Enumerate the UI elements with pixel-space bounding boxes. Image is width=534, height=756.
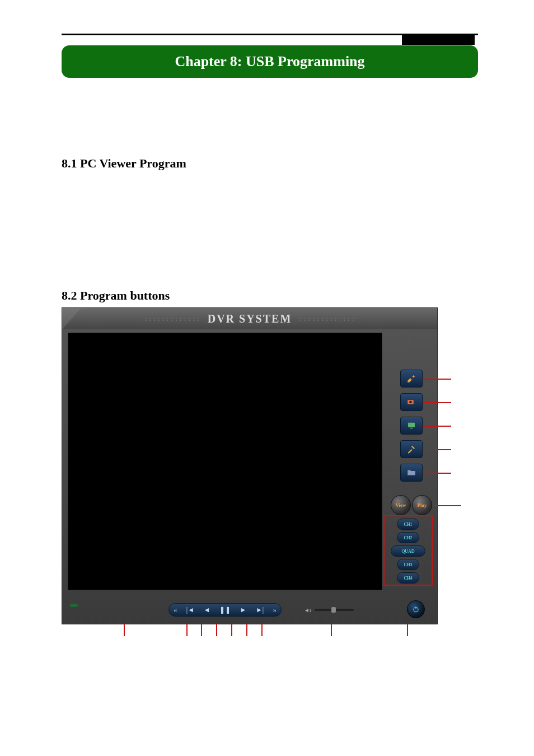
tool-folder-button[interactable] (400, 464, 423, 482)
tool-paint-button[interactable] (400, 370, 423, 388)
view-button[interactable]: View (391, 495, 411, 515)
dvr-titlebar: : : : : : : : : : : : : : DVR SYSTEM : :… (62, 308, 437, 329)
callout-tick (186, 624, 188, 636)
callout-tick (124, 624, 125, 636)
header-rule (62, 34, 478, 35)
view-play-group: View Play (391, 495, 432, 515)
svg-rect-3 (410, 428, 413, 429)
paint-icon (406, 374, 416, 384)
dvr-title-text: DVR SYSTEM (208, 312, 292, 325)
chapter-banner: Chapter 8: USB Programming (62, 45, 478, 78)
monitor-icon (406, 421, 416, 431)
channel-1-button[interactable]: CH1 (397, 519, 419, 530)
svg-rect-2 (408, 423, 415, 427)
volume-control[interactable]: ◄ı (304, 607, 354, 613)
channel-button-group: CH1 CH2 QUAD CH3 CH4 (383, 515, 433, 586)
svg-point-1 (409, 401, 412, 404)
step-fwd-icon[interactable]: ► (240, 606, 246, 614)
section-heading-2: 8.2 Program buttons (62, 288, 478, 303)
tools-icon (406, 444, 416, 454)
tool-camera-button[interactable] (400, 393, 423, 411)
callout-tick (407, 624, 408, 636)
channel-2-button[interactable]: CH2 (397, 532, 419, 543)
play-button[interactable]: Play (412, 495, 432, 515)
dvr-bottom-bar: « |◄ ◄ ❚❚ ► ►| » ◄ı (62, 596, 437, 624)
pause-icon[interactable]: ❚❚ (219, 606, 231, 614)
dvr-titlebar-corner (62, 308, 81, 329)
header-black-box (402, 35, 475, 45)
channel-4-button[interactable]: CH4 (397, 572, 419, 584)
document-page: Chapter 8: USB Programming 8.1 PC Viewer… (0, 0, 534, 756)
speaker-icon: ◄ı (304, 607, 311, 613)
next-icon[interactable]: ►| (256, 606, 264, 614)
dvr-video-area (68, 333, 382, 590)
titlebar-dots-right: : : : : : : : : : : : : : (299, 316, 354, 322)
svg-rect-5 (415, 606, 416, 609)
step-back-icon[interactable]: ◄ (204, 606, 210, 614)
callout-tick (216, 624, 217, 636)
folder-icon (406, 468, 416, 478)
section-heading-1: 8.1 PC Viewer Program (62, 156, 478, 171)
callout-tick (261, 624, 263, 636)
titlebar-dots-left: : : : : : : : : : : : : : (144, 316, 199, 322)
callout-tick (246, 624, 247, 636)
callout-tick (201, 624, 202, 636)
channel-3-button[interactable]: CH3 (397, 559, 419, 570)
tool-settings-button[interactable] (400, 440, 423, 458)
camera-icon (406, 397, 416, 407)
playback-controls: « |◄ ◄ ❚❚ ► ►| » (168, 603, 282, 617)
dvr-screenshot: : : : : : : : : : : : : : DVR SYSTEM : :… (62, 307, 438, 624)
power-button[interactable] (407, 600, 425, 618)
callout-tick (231, 624, 232, 636)
prev-icon[interactable]: |◄ (186, 606, 194, 614)
callout-tick (331, 624, 332, 636)
tool-monitor-button[interactable] (400, 417, 423, 435)
channel-quad-button[interactable]: QUAD (391, 545, 425, 557)
rewind-fast-icon[interactable]: « (174, 606, 177, 614)
ffwd-fast-icon[interactable]: » (273, 606, 277, 614)
volume-slider[interactable] (315, 609, 354, 611)
power-icon (412, 605, 420, 613)
dvr-right-toolbar: View Play (390, 370, 433, 515)
